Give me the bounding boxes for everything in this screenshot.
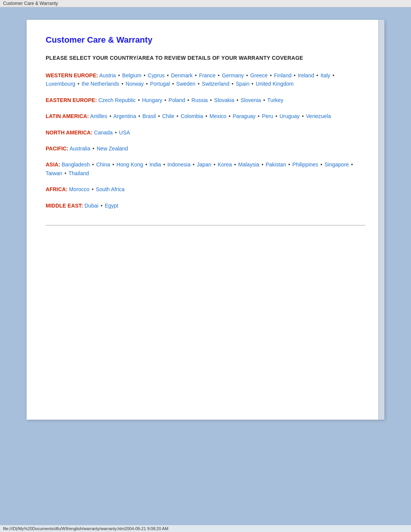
country-link-taiwan[interactable]: Taiwan [46, 170, 62, 176]
bullet-separator: • [139, 113, 140, 119]
country-link-new-zealand[interactable]: New Zealand [97, 145, 128, 152]
bullet-separator: • [320, 161, 322, 168]
country-link-mexico[interactable]: Mexico [209, 113, 226, 119]
country-link-uruguay[interactable]: Uruguay [279, 113, 299, 119]
page-title: Customer Care & Warranty [46, 35, 365, 45]
country-link-norway[interactable]: Norway [126, 81, 143, 87]
country-link-philippines[interactable]: Philippines [292, 161, 318, 168]
country-link-austria[interactable]: Austria [99, 72, 116, 78]
country-link-germany[interactable]: Germany [222, 72, 244, 78]
country-link-usa[interactable]: USA [119, 129, 130, 136]
country-link-peru[interactable]: Peru [262, 113, 273, 119]
country-link-indonesia[interactable]: Indonesia [167, 161, 191, 168]
bullet-separator: • [121, 81, 123, 87]
country-link-sweden[interactable]: Sweden [176, 81, 196, 87]
bullet-separator: • [195, 72, 197, 78]
country-link-dubai[interactable]: Dubai [84, 203, 99, 209]
country-link-china[interactable]: China [96, 161, 110, 168]
country-link-japan[interactable]: Japan [197, 161, 211, 168]
bullet-separator: • [92, 186, 94, 192]
country-link-slovakia[interactable]: Slovakia [214, 97, 234, 103]
country-link-singapore[interactable]: Singapore [325, 161, 349, 168]
region-block-western-europe: WESTERN EUROPE: Austria • Belgium • Cypr… [46, 71, 365, 88]
bullet-separator: • [164, 97, 166, 103]
region-block-africa: AFRICA: Morocco • South Africa [46, 185, 365, 193]
country-link-australia[interactable]: Australia [70, 145, 90, 152]
bullet-separator: • [167, 72, 169, 78]
scrollbar[interactable] [378, 20, 384, 420]
page-subtitle: PLEASE SELECT YOUR COUNTRY/AREA TO REVIE… [46, 54, 365, 62]
bullet-separator: • [206, 113, 207, 119]
country-link-egypt[interactable]: Egypt [105, 203, 118, 209]
bullet-separator: • [144, 72, 146, 78]
bullet-separator: • [118, 72, 120, 78]
country-link-united-kingdom[interactable]: United Kingdom [256, 81, 294, 87]
country-link-canada[interactable]: Canada [94, 129, 113, 136]
country-link-russia[interactable]: Russia [191, 97, 208, 103]
country-link-argentina[interactable]: Argentina [113, 113, 136, 119]
regions-container: WESTERN EUROPE: Austria • Belgium • Cypr… [46, 71, 365, 210]
country-link-the-netherlands[interactable]: the Netherlands [82, 81, 119, 87]
country-link-malaysia[interactable]: Malaysia [238, 161, 259, 168]
country-link-spain[interactable]: Spain [236, 81, 249, 87]
region-block-latin-america: LATIN AMERICA: Antilles • Argentina • Br… [46, 112, 365, 120]
title-bar: Customer Care & Warranty [0, 0, 411, 7]
country-link-brasil[interactable]: Brasil [142, 113, 156, 119]
country-link-france[interactable]: France [199, 72, 216, 78]
country-link-ireland[interactable]: Ireland [298, 72, 314, 78]
country-link-hong-kong[interactable]: Hong Kong [116, 161, 143, 168]
bullet-separator: • [261, 161, 263, 168]
country-link-venezuela[interactable]: Venezuela [306, 113, 331, 119]
bullet-separator: • [198, 81, 200, 87]
country-link-turkey[interactable]: Turkey [267, 97, 283, 103]
bullet-separator: • [258, 113, 260, 119]
country-link-greece[interactable]: Greece [250, 72, 268, 78]
country-link-switzerland[interactable]: Switzerland [202, 81, 229, 87]
country-link-south-africa[interactable]: South Africa [96, 186, 125, 192]
country-link-finland[interactable]: Finland [274, 72, 292, 78]
bullet-separator: • [138, 97, 140, 103]
bullet-separator: • [64, 170, 66, 176]
region-block-pacific: PACIFIC: Australia • New Zealand [46, 144, 365, 153]
country-link-denmark[interactable]: Denmark [171, 72, 193, 78]
region-block-eastern-europe: EASTERN EUROPE: Czech Republic • Hungary… [46, 96, 365, 104]
country-link-hungary[interactable]: Hungary [142, 97, 162, 103]
country-link-paraguay[interactable]: Paraguay [233, 113, 256, 119]
country-link-thailand[interactable]: Thailand [68, 170, 89, 176]
bullet-separator: • [288, 161, 290, 168]
country-link-czech-republic[interactable]: Czech Republic [98, 97, 135, 103]
country-link-korea[interactable]: Korea [218, 161, 232, 168]
bullet-separator: • [187, 97, 189, 103]
region-label-eastern-europe: EASTERN EUROPE: [46, 97, 97, 103]
country-link-bangladesh[interactable]: Bangladesh [62, 161, 90, 168]
page-wrapper: Customer Care & Warranty PLEASE SELECT Y… [0, 0, 411, 532]
bullet-separator: • [193, 161, 194, 168]
bullet-separator: • [232, 81, 234, 87]
bullet-separator: • [270, 72, 272, 78]
country-link-slovenia[interactable]: Slovenia [241, 97, 261, 103]
bullet-separator: • [112, 161, 114, 168]
bullet-separator: • [351, 161, 353, 168]
region-block-asia: ASIA: Bangladesh • China • Hong Kong • I… [46, 160, 365, 177]
country-link-pakistan[interactable]: Pakistan [266, 161, 286, 168]
bullet-separator: • [92, 161, 94, 168]
country-link-poland[interactable]: Poland [169, 97, 185, 103]
bullet-separator: • [246, 72, 248, 78]
country-link-chile[interactable]: Chile [162, 113, 174, 119]
country-link-india[interactable]: India [150, 161, 161, 168]
country-link-cyprus[interactable]: Cyprus [148, 72, 164, 78]
bullet-separator: • [100, 203, 102, 209]
country-link-morocco[interactable]: Morocco [69, 186, 89, 192]
country-link-belgium[interactable]: Belgium [122, 72, 142, 78]
region-label-middle-east: MIDDLE EAST: [46, 203, 83, 209]
bullet-separator: • [316, 72, 318, 78]
bullet-separator: • [263, 97, 265, 103]
region-label-western-europe: WESTERN EUROPE: [46, 72, 98, 78]
country-link-colombia[interactable]: Colombia [181, 113, 203, 119]
bullet-separator: • [333, 72, 335, 78]
country-link-portugal[interactable]: Portugal [150, 81, 170, 87]
region-block-north-america: NORTH AMERICA: Canada • USA [46, 128, 365, 137]
country-link-italy[interactable]: Italy [320, 72, 330, 78]
country-link-antilles[interactable]: Antilles [90, 113, 107, 119]
country-link-luxembourg[interactable]: Luxembourg [46, 81, 75, 87]
